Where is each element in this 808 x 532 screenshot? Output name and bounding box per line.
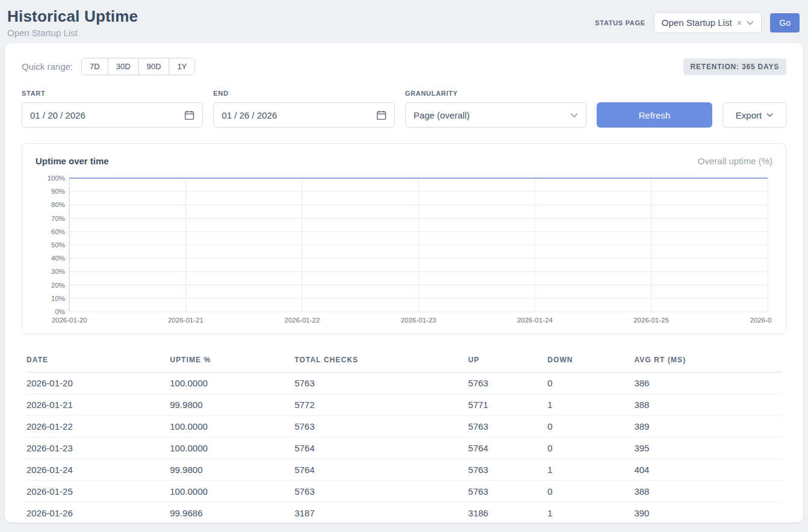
- svg-text:80%: 80%: [51, 201, 65, 208]
- table-cell: 395: [634, 438, 782, 459]
- table-cell: 1: [547, 459, 634, 481]
- svg-text:50%: 50%: [51, 241, 65, 249]
- table-cell: 1: [547, 394, 634, 416]
- chevron-down-icon: [766, 113, 773, 117]
- page-title: Historical Uptime: [7, 7, 138, 26]
- table-cell: 2026-01-24: [26, 459, 170, 481]
- svg-text:2026-01-25: 2026-01-25: [633, 317, 669, 324]
- svg-text:100%: 100%: [48, 175, 65, 182]
- title-block: Historical Uptime Open Startup List: [7, 7, 138, 38]
- svg-text:90%: 90%: [51, 188, 65, 195]
- svg-text:2026-01-26: 2026-01-26: [750, 317, 772, 324]
- quick-range-label: Quick range:: [22, 61, 73, 72]
- table-cell: 3187: [294, 503, 468, 524]
- quick-range-group: 7D30D90D1Y: [81, 58, 195, 75]
- table-cell: 5771: [468, 394, 548, 416]
- start-date-label: START: [22, 90, 203, 97]
- svg-text:30%: 30%: [51, 268, 65, 275]
- table-cell: 1: [547, 503, 634, 524]
- refresh-button[interactable]: Refresh: [597, 102, 712, 128]
- table-cell: 386: [634, 373, 782, 394]
- main-panel: Quick range: 7D30D90D1Y RETENTION: 365 D…: [5, 43, 803, 522]
- svg-text:2026-01-20: 2026-01-20: [52, 317, 87, 324]
- svg-text:2026-01-24: 2026-01-24: [517, 317, 553, 324]
- quick-range-7d[interactable]: 7D: [82, 58, 108, 75]
- table-cell: 390: [634, 503, 782, 524]
- table-cell: 2026-01-20: [26, 373, 170, 394]
- table-header-row: DATEUPTIME %TOTAL CHECKSUPDOWNAVG RT (MS…: [26, 351, 782, 373]
- table-cell: 99.9800: [170, 459, 294, 481]
- table-cell: 0: [547, 481, 634, 503]
- svg-text:70%: 70%: [51, 215, 65, 222]
- table-cell: 100.0000: [170, 481, 294, 503]
- filter-form: START 01 / 20 / 2026 END 01 / 26 / 2026 …: [22, 90, 786, 128]
- table-cell: 388: [634, 394, 782, 416]
- table-cell: 5763: [468, 481, 548, 503]
- table-cell: 100.0000: [170, 373, 294, 394]
- go-button[interactable]: Go: [770, 13, 800, 32]
- table-cell: 2026-01-26: [26, 503, 170, 524]
- svg-text:2026-01-21: 2026-01-21: [168, 317, 204, 324]
- calendar-icon[interactable]: [184, 110, 194, 120]
- table-cell: 5763: [294, 481, 468, 503]
- start-date-input[interactable]: 01 / 20 / 2026: [22, 102, 203, 128]
- granularity-field: GRANULARITY Page (overall): [405, 90, 586, 128]
- chart-title: Uptime over time: [36, 156, 109, 166]
- table-cell: 0: [547, 416, 634, 438]
- quick-range-30d[interactable]: 30D: [108, 58, 138, 75]
- clear-selection-icon[interactable]: ×: [737, 18, 742, 27]
- table-cell: 388: [634, 481, 782, 503]
- svg-text:40%: 40%: [51, 255, 65, 262]
- table-row: 2026-01-2199.9800577257711388: [26, 394, 782, 416]
- column-header: AVG RT (MS): [634, 351, 782, 373]
- status-page-label: STATUS PAGE: [595, 19, 645, 26]
- quick-range-1y[interactable]: 1Y: [169, 58, 194, 75]
- table-cell: 100.0000: [170, 438, 294, 459]
- column-header: DOWN: [547, 351, 634, 373]
- table-row: 2026-01-23100.0000576457640395: [26, 438, 782, 459]
- end-date-label: END: [213, 90, 394, 97]
- end-date-value: 01 / 26 / 2026: [222, 110, 277, 120]
- svg-text:2026-01-22: 2026-01-22: [284, 317, 320, 324]
- table-body: 2026-01-20100.00005763576303862026-01-21…: [26, 373, 782, 524]
- svg-text:0%: 0%: [55, 308, 65, 315]
- granularity-select[interactable]: Page (overall): [405, 102, 586, 128]
- column-header: TOTAL CHECKS: [294, 351, 468, 373]
- header-controls: STATUS PAGE Open Startup List × Go: [595, 12, 800, 33]
- retention-badge: RETENTION: 365 DAYS: [683, 58, 786, 75]
- status-page-selected-value: Open Startup List: [662, 17, 732, 28]
- table-cell: 3186: [468, 503, 548, 524]
- table-cell: 5764: [294, 459, 468, 481]
- table-cell: 2026-01-25: [26, 481, 170, 503]
- table-cell: 5763: [468, 459, 548, 481]
- calendar-icon[interactable]: [376, 110, 387, 120]
- table-cell: 5763: [468, 373, 548, 394]
- page-header: Historical Uptime Open Startup List STAT…: [0, 0, 808, 43]
- svg-text:2026-01-23: 2026-01-23: [401, 317, 437, 324]
- table-cell: 5763: [468, 416, 548, 438]
- table-cell: 99.9686: [170, 503, 294, 524]
- column-header: UPTIME %: [170, 351, 294, 373]
- uptime-table: DATEUPTIME %TOTAL CHECKSUPDOWNAVG RT (MS…: [26, 351, 782, 524]
- end-date-field: END 01 / 26 / 2026: [213, 90, 394, 128]
- table-cell: 0: [547, 373, 634, 394]
- table-cell: 2026-01-22: [26, 416, 170, 438]
- uptime-chart-card: Uptime over time Overall uptime (%) 0%10…: [22, 143, 786, 334]
- svg-text:10%: 10%: [51, 295, 65, 302]
- table-cell: 2026-01-21: [26, 394, 170, 416]
- chevron-down-icon: [570, 113, 578, 118]
- start-date-field: START 01 / 20 / 2026: [22, 90, 203, 128]
- table-cell: 404: [634, 459, 782, 481]
- table-cell: 0: [547, 438, 634, 459]
- table-row: 2026-01-2699.9686318731861390: [26, 503, 782, 524]
- column-header: UP: [468, 351, 548, 373]
- table-row: 2026-01-22100.0000576357630389: [26, 416, 782, 438]
- svg-text:20%: 20%: [51, 282, 65, 289]
- table-cell: 100.0000: [170, 416, 294, 438]
- quick-range-90d[interactable]: 90D: [138, 58, 169, 75]
- status-page-select[interactable]: Open Startup List ×: [654, 12, 762, 33]
- table-cell: 2026-01-23: [26, 438, 170, 459]
- end-date-input[interactable]: 01 / 26 / 2026: [213, 102, 394, 128]
- export-button[interactable]: Export: [723, 102, 786, 128]
- chart-legend: Overall uptime (%): [698, 156, 772, 166]
